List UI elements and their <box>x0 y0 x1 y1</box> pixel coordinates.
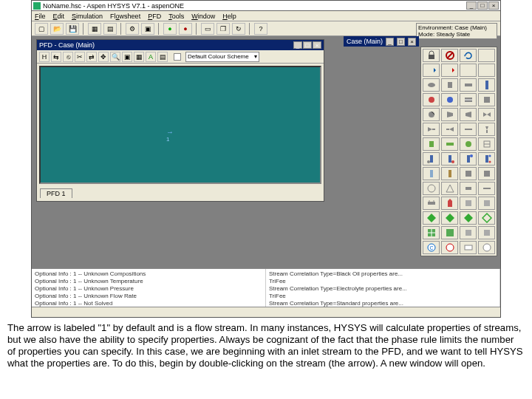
palette-blank-1[interactable] <box>478 49 495 62</box>
pfd-tool-swap[interactable]: ⇄ <box>86 52 97 62</box>
transfer-fn-icon[interactable] <box>460 241 477 254</box>
compressor-icon[interactable] <box>441 108 458 121</box>
palette-rotate-icon[interactable] <box>460 49 477 62</box>
absorber-icon[interactable] <box>423 152 440 166</box>
reactor-cstr-icon[interactable] <box>423 137 440 151</box>
column-icon[interactable] <box>478 78 495 92</box>
digital-point-icon[interactable] <box>441 241 458 254</box>
open-button[interactable]: 📂 <box>50 23 64 35</box>
menu-tools[interactable]: Tools <box>168 13 184 20</box>
palette-lock-icon[interactable] <box>423 49 440 62</box>
op-8-icon[interactable] <box>478 197 495 210</box>
pfd-titlebar[interactable]: PFD - Case (Main) _ □ × <box>37 40 324 50</box>
heat-exch-icon[interactable] <box>460 93 477 106</box>
energy-stream-icon[interactable] <box>441 64 458 77</box>
heater-icon[interactable] <box>423 93 440 106</box>
lng-icon[interactable] <box>478 93 495 106</box>
reboiled-abs-icon[interactable] <box>441 152 458 166</box>
workbook-button[interactable]: ▤ <box>103 23 117 35</box>
menu-file[interactable]: File <box>35 13 46 20</box>
shortcut-col-icon[interactable] <box>423 167 440 180</box>
op-9-icon[interactable] <box>460 226 477 239</box>
op-6-icon[interactable] <box>478 182 495 195</box>
case-min-button[interactable]: _ <box>386 38 394 46</box>
op-7-icon[interactable] <box>460 197 477 210</box>
component-splitter-icon[interactable] <box>478 137 495 151</box>
reactor-pfr-icon[interactable] <box>441 137 458 151</box>
tool-button-3[interactable]: ▭ <box>201 23 214 35</box>
pfd-close-button[interactable]: × <box>313 41 321 49</box>
pfd-tool-table[interactable]: ▤ <box>157 52 168 62</box>
palette-blank-2[interactable] <box>460 64 477 77</box>
maximize-button[interactable]: □ <box>477 1 488 10</box>
palette-cancel-icon[interactable] <box>441 49 458 62</box>
pfd-tool-1[interactable]: H <box>39 52 50 62</box>
subflowsheet-icon[interactable] <box>441 226 458 239</box>
tool-button-5[interactable]: ↻ <box>232 23 245 35</box>
stream-1[interactable]: → 1 <box>166 128 174 143</box>
tool-button-4[interactable]: ❐ <box>216 23 230 35</box>
op-1-icon[interactable] <box>460 167 477 180</box>
close-button[interactable]: × <box>488 1 499 10</box>
op-10-icon[interactable] <box>478 226 495 239</box>
expander-icon[interactable] <box>460 108 477 121</box>
menu-simulation[interactable]: Simulation <box>72 13 103 20</box>
separator-icon[interactable] <box>423 78 440 92</box>
menu-edit[interactable]: Edit <box>53 13 65 20</box>
case-max-button[interactable]: □ <box>397 38 405 46</box>
pfd-checkbox[interactable] <box>174 53 181 61</box>
pfd-tool-zoom[interactable]: 🔍 <box>110 52 120 62</box>
op-2-icon[interactable] <box>478 167 495 180</box>
tool-button-2[interactable]: ▣ <box>141 23 154 35</box>
new-button[interactable]: ▢ <box>35 23 48 35</box>
distillation-icon[interactable] <box>478 152 495 166</box>
pfd-canvas[interactable]: → 1 <box>39 66 321 184</box>
pump-icon[interactable] <box>423 108 440 121</box>
pfd-tool-drag[interactable]: ✥ <box>98 52 109 62</box>
pfd-tab-1[interactable]: PFD 1 <box>40 188 72 198</box>
balance-icon[interactable] <box>478 211 495 225</box>
op-3-icon[interactable] <box>423 182 440 195</box>
pfd-tool-attach[interactable]: ⎋ <box>63 52 73 62</box>
air-cooler-icon[interactable] <box>423 197 440 210</box>
pfd-tool-2[interactable]: ⇆ <box>51 52 61 62</box>
tee-icon[interactable] <box>441 123 458 136</box>
spreadsheet-icon[interactable] <box>423 226 440 239</box>
reactor-gibbs-icon[interactable] <box>460 137 477 151</box>
fired-heater-icon[interactable] <box>441 197 458 210</box>
refluxed-abs-icon[interactable] <box>460 152 477 166</box>
adjust-icon[interactable] <box>423 211 440 225</box>
save-button[interactable]: 💾 <box>66 23 79 35</box>
tank-icon[interactable] <box>441 78 458 92</box>
solver-active-button[interactable]: ● <box>163 23 177 35</box>
solver-hold-button[interactable]: ● <box>179 23 192 35</box>
liq-liq-ext-icon[interactable] <box>441 167 458 180</box>
op-4-icon[interactable] <box>441 182 458 195</box>
palette-blank-3[interactable] <box>478 64 495 77</box>
pfd-tool-fit[interactable]: ▣ <box>122 52 132 62</box>
minimize-button[interactable]: _ <box>466 1 477 10</box>
pfd-min-button[interactable]: _ <box>293 41 302 49</box>
cooler-icon[interactable] <box>441 93 458 106</box>
menu-help[interactable]: Help <box>222 13 236 20</box>
pfd-tool-break[interactable]: ✂ <box>75 52 85 62</box>
pfd-button[interactable]: ▦ <box>88 23 101 35</box>
tool-button-1[interactable]: ⚙ <box>126 23 139 35</box>
menu-window[interactable]: Window <box>191 13 215 20</box>
material-stream-icon[interactable] <box>423 64 440 77</box>
pfd-tool-color[interactable]: ▦ <box>134 52 144 62</box>
mixer-icon[interactable] <box>423 123 440 136</box>
pfd-tool-text[interactable]: A <box>146 52 156 62</box>
help-button[interactable]: ? <box>254 23 267 35</box>
pfd-max-button[interactable]: □ <box>303 41 312 49</box>
selector-icon[interactable] <box>478 241 495 254</box>
relief-valve-icon[interactable] <box>478 123 495 136</box>
pipe-icon[interactable] <box>460 123 477 136</box>
colour-scheme-select[interactable]: Default Colour Scheme▾ <box>185 52 259 62</box>
controller-icon[interactable]: C <box>423 241 440 254</box>
case-close-button[interactable]: × <box>408 38 416 46</box>
op-5-icon[interactable] <box>460 182 477 195</box>
3phase-sep-icon[interactable] <box>460 78 477 92</box>
set-icon[interactable] <box>441 211 458 225</box>
menu-pfd[interactable]: PFD <box>148 13 161 20</box>
